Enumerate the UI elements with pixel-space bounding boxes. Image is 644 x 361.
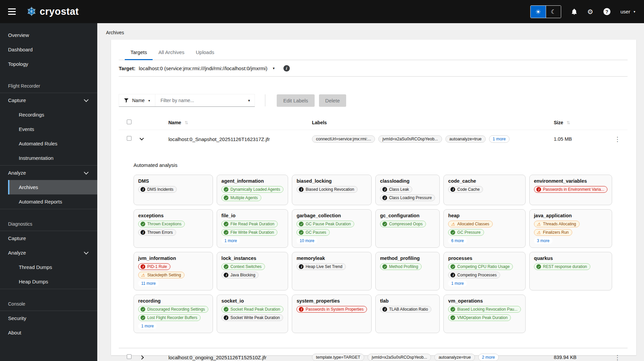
chip-status-icon <box>536 230 541 235</box>
result-chip: Biased Locking Revocation Pau... <box>448 306 521 313</box>
sidebar-item-recordings[interactable]: Recordings <box>0 107 97 122</box>
analysis-card-title: quarkus <box>534 256 608 261</box>
more-results-link[interactable]: 11 more <box>138 280 159 286</box>
row-checkbox[interactable] <box>127 354 131 359</box>
analysis-chip-list: Threads Allocating Finalizers Run <box>534 221 608 236</box>
sidebar-item-automated-rules[interactable]: Automated Rules <box>0 136 97 151</box>
sidebar-item-thread-dumps[interactable]: Thread Dumps <box>0 260 97 274</box>
sidebar-item-archives[interactable]: Archives <box>8 180 97 194</box>
chevron-right-icon[interactable] <box>140 355 144 360</box>
analysis-chip-list: Socket Read Peak Duration Socket Write P… <box>221 306 283 321</box>
sort-icon[interactable]: ⇅ <box>567 120 570 125</box>
result-chip: Method Profiling <box>380 263 422 270</box>
result-chip: Socket Write Peak Duration <box>221 314 283 321</box>
chevron-down-icon[interactable] <box>140 136 144 140</box>
filter-attribute-select[interactable]: Name ▾ <box>119 94 155 106</box>
expanded-analysis-section: Automated analysis DMS DMS Incidents <box>119 148 628 348</box>
analysis-chip-list: PID-1 Rule Stackdepth Setting <box>138 263 208 278</box>
more-labels-link[interactable]: 1 more <box>489 135 509 143</box>
sidebar-section-console: Console <box>0 297 97 311</box>
row-checkbox[interactable] <box>127 136 131 141</box>
bell-icon[interactable] <box>571 8 577 15</box>
target-select[interactable]: localhost:0 (service:jmx:rmi:///jndi/rmi… <box>139 65 267 71</box>
more-labels-link[interactable]: 2 more <box>478 354 499 361</box>
sidebar-item-about[interactable]: About <box>0 325 97 340</box>
tab-targets[interactable]: Targets <box>125 45 153 60</box>
question-circle-icon[interactable]: ? <box>603 8 610 15</box>
kebab-menu-icon[interactable]: ⋮ <box>607 354 628 361</box>
chip-label: Compressed Oops <box>389 222 423 226</box>
label-chip: jvmId=x2aSu0sRCOspYeob... <box>368 354 431 361</box>
more-results-link[interactable]: 10 more <box>297 238 317 244</box>
sidebar-item-security[interactable]: Security <box>0 311 97 325</box>
chip-status-icon <box>382 307 387 312</box>
analysis-card: vm_operations Biased Locking Revocation … <box>443 295 525 333</box>
chip-label: Heap Live Set Trend <box>306 264 342 269</box>
chip-status-icon <box>299 187 304 192</box>
chip-label: GC Pauses <box>306 230 326 235</box>
main-content: Archives Targets All Archives Uploads Ta… <box>97 23 644 361</box>
sidebar-item-topology[interactable]: Topology <box>0 57 97 71</box>
chip-label: VMOperation Peak Duration <box>457 315 507 320</box>
sidebar-item-overview[interactable]: Overview <box>0 28 97 42</box>
kebab-menu-icon[interactable]: ⋮ <box>607 135 628 143</box>
sort-icon[interactable]: ⇅ <box>184 120 188 125</box>
analysis-card: exceptions Thrown Exceptions Thrown Erro… <box>133 209 213 248</box>
sidebar-item-capture-diagnostics[interactable]: Capture <box>0 231 97 245</box>
filter-input-wrap: ▾ <box>155 94 255 106</box>
more-results-link[interactable]: 1 more <box>138 323 157 329</box>
analysis-card: DMS DMS Incidents <box>133 175 213 205</box>
result-chip: Lost Flight Recorder Buffers <box>138 314 201 321</box>
label-chip: template.type=TARGET <box>312 354 364 361</box>
sidebar-item-analyze-diagnostics[interactable]: Analyze <box>0 245 97 260</box>
chip-label: Socket Write Peak Duration <box>230 315 280 320</box>
chip-status-icon <box>450 264 455 269</box>
hamburger-icon[interactable] <box>8 8 16 15</box>
table-header-row: Name⇅ Labels Size⇅ <box>119 116 628 130</box>
sidebar-item-instrumentation[interactable]: Instrumentation <box>0 151 97 165</box>
sun-icon[interactable]: ☀ <box>531 6 546 18</box>
more-results-link[interactable]: 1 more <box>448 280 467 286</box>
info-icon[interactable]: i <box>283 65 290 72</box>
analysis-card-title: lock_instances <box>221 256 283 261</box>
chip-status-icon <box>382 187 387 192</box>
gear-icon[interactable]: ⚙ <box>587 8 593 16</box>
result-chip: Allocated Classes <box>448 221 492 227</box>
chevron-down-icon[interactable]: ▾ <box>248 98 250 103</box>
more-results-link[interactable]: 3 more <box>534 238 552 244</box>
filter-by-name-input[interactable] <box>155 98 255 103</box>
user-menu[interactable]: user ▾ <box>621 9 635 14</box>
select-all-checkbox[interactable] <box>127 120 131 124</box>
result-chip: Competing CPU Ratio Usage <box>448 263 513 270</box>
analysis-card-title: agent_information <box>221 178 283 184</box>
analysis-chip-list: Allocated Classes GC Pressure <box>448 221 521 236</box>
chevron-down-icon[interactable]: ▾ <box>273 66 275 71</box>
sidebar-item-automated-reports[interactable]: Automated Reports <box>0 194 97 209</box>
analysis-chip-list: Biased Locking Revocation <box>297 186 367 193</box>
analysis-card-title: tlab <box>380 298 435 304</box>
more-results-link[interactable]: 1 more <box>221 238 240 244</box>
analysis-chip-list: Code Cache <box>448 186 521 193</box>
edit-labels-button[interactable]: Edit Labels <box>277 94 314 107</box>
sidebar-item-events[interactable]: Events <box>0 122 97 136</box>
chip-label: Java Blocking <box>230 273 255 277</box>
analysis-card-title: code_cache <box>448 178 521 184</box>
moon-icon[interactable]: ☾ <box>546 6 561 18</box>
chip-status-icon <box>450 273 455 277</box>
result-chip: Java Blocking <box>221 272 259 278</box>
chip-status-icon <box>536 264 541 269</box>
tab-uploads[interactable]: Uploads <box>190 45 220 60</box>
sidebar-item-capture[interactable]: Capture <box>0 93 97 107</box>
analysis-chip-list: Compressed Oops <box>380 221 435 227</box>
tab-all-archives[interactable]: All Archives <box>153 45 190 60</box>
chip-status-icon <box>141 315 145 320</box>
chip-label: Passwords in System Properties <box>306 307 364 312</box>
brand[interactable]: ❄c cryostat <box>26 6 79 18</box>
more-results-link[interactable]: 6 more <box>448 238 467 244</box>
sidebar-item-dashboard[interactable]: Dashboard <box>0 42 97 57</box>
analysis-card: java_application Threads Allocating Fina… <box>529 209 612 248</box>
sidebar-item-heap-dumps[interactable]: Heap Dumps <box>0 274 97 289</box>
sidebar-item-analyze[interactable]: Analyze <box>0 166 97 180</box>
analysis-card-title: classloading <box>380 178 435 184</box>
delete-button[interactable]: Delete <box>319 94 346 107</box>
